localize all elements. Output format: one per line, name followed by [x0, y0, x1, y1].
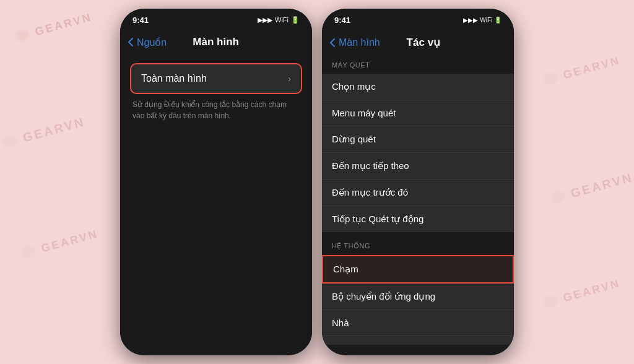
- list-item-menu-may-quet[interactable]: Menu máy quét: [322, 100, 514, 126]
- list-item-tiep-tuc[interactable]: Tiếp tục Quét tự động: [322, 206, 514, 232]
- right-status-bar: 9:41 ▶▶▶ WiFi 🔋: [322, 9, 514, 31]
- list-item-nha[interactable]: Nhà: [322, 310, 514, 336]
- left-time: 9:41: [132, 15, 149, 25]
- left-screen-content: Toàn màn hình › Sử dụng Điều khiển công …: [120, 53, 312, 344]
- right-nav-title: Tác vụ: [380, 36, 467, 49]
- left-phone: 9:41 ▶▶▶ WiFi 🔋 Nguồn Màn hình Toàn màn …: [120, 9, 312, 355]
- svg-marker-4: [542, 71, 558, 87]
- may-quet-list: Chọn mục Menu máy quét Dừng quét Đến mục…: [322, 74, 514, 232]
- right-back-button[interactable]: Màn hình: [329, 37, 380, 48]
- left-status-bar: 9:41 ▶▶▶ WiFi 🔋: [120, 9, 312, 31]
- svg-marker-2: [1, 133, 18, 150]
- left-back-button[interactable]: Nguồn: [128, 37, 167, 48]
- right-phone: 9:41 ▶▶▶ WiFi 🔋 Màn hình Tác vụ MÁY QUÉT…: [322, 9, 514, 355]
- phones-container: 9:41 ▶▶▶ WiFi 🔋 Nguồn Màn hình Toàn màn …: [115, 9, 519, 355]
- he-thong-list: Chạm Bộ chuyển đổi ứng dụng Nhà Trung tâ…: [322, 255, 514, 345]
- list-item-bo-chuyen[interactable]: Bộ chuyển đổi ứng dụng: [322, 284, 514, 310]
- description-text: Sử dụng Điều khiển công tắc bằng cách ch…: [120, 94, 312, 126]
- svg-marker-5: [549, 189, 566, 206]
- svg-marker-3: [20, 244, 37, 261]
- list-item-trung-tam-thong-bao[interactable]: Trung tâm thông báo: [322, 336, 514, 345]
- left-back-label: Nguồn: [137, 37, 167, 48]
- toan-man-hinh-option[interactable]: Toàn màn hình ›: [130, 63, 302, 94]
- left-status-icons: ▶▶▶ WiFi 🔋: [258, 16, 300, 24]
- right-back-label: Màn hình: [339, 37, 380, 48]
- list-item-cham[interactable]: Chạm: [322, 255, 514, 284]
- svg-marker-0: [14, 27, 30, 44]
- list-item-chon-muc[interactable]: Chọn mục: [322, 74, 514, 100]
- right-nav-bar: Màn hình Tác vụ: [322, 31, 514, 54]
- list-item-den-muc-tiep[interactable]: Đến mục tiếp theo: [322, 153, 514, 180]
- right-time: 9:41: [334, 15, 350, 25]
- left-nav-bar: Nguồn Màn hình: [120, 31, 312, 53]
- option-label: Toàn màn hình: [141, 73, 207, 84]
- right-status-icons: ▶▶▶ WiFi 🔋: [463, 17, 502, 24]
- svg-marker-6: [542, 293, 558, 310]
- he-thong-header: HỆ THỐNG: [322, 235, 514, 253]
- right-screen-content: MÁY QUÉT Chọn mục Menu máy quét Dừng qué…: [322, 54, 514, 345]
- left-nav-title: Màn hình: [167, 36, 265, 48]
- list-item-den-muc-truoc[interactable]: Đến mục trước đó: [322, 180, 514, 206]
- option-chevron: ›: [288, 74, 291, 84]
- svg-marker-1: [18, 32, 27, 41]
- may-quet-header: MÁY QUÉT: [322, 54, 514, 71]
- list-item-dung-quet[interactable]: Dừng quét: [322, 126, 514, 153]
